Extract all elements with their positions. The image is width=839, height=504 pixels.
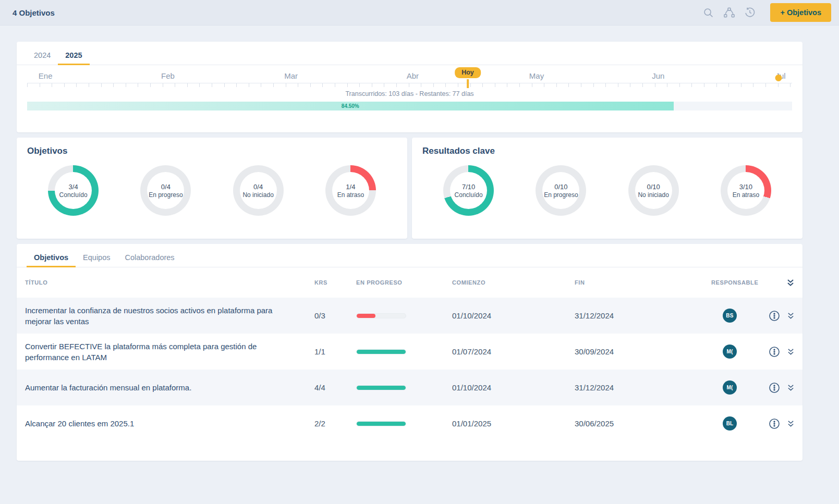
tab-year-2025[interactable]: 2025 <box>58 48 89 65</box>
history-icon[interactable] <box>743 6 757 19</box>
today-marker: Hoy <box>455 67 481 88</box>
month-label: May <box>529 71 544 80</box>
year-progress-fill: 84.50% <box>27 102 674 110</box>
table-header: TÍTULO KRS EN PROGRESO COMIENZO FIN RESP… <box>17 267 802 298</box>
krs-cell: 4/4 <box>314 383 356 392</box>
table-row[interactable]: Aumentar la facturación mensual en plata… <box>17 370 802 405</box>
donut-center: 0/10 En progreso <box>542 172 579 209</box>
donut-center: 0/4 En progreso <box>147 172 184 209</box>
row-menu-icon[interactable] <box>769 382 780 394</box>
krs-cell: 0/3 <box>314 311 356 320</box>
donut-objetivos-en-progreso: 0/4 En progreso <box>140 165 191 216</box>
col-titulo: TÍTULO <box>25 279 314 286</box>
summary-cards-row: Objetivos 3/4 Concluído 0/4 En progreso … <box>17 138 802 239</box>
responsable-cell: BS <box>711 309 757 323</box>
donut-resultados-en-atraso: 3/10 En atraso <box>721 165 771 216</box>
donut-label: No iniciado <box>242 191 273 199</box>
row-menu-icon[interactable] <box>769 346 780 358</box>
donut-objetivos-no-iniciado: 0/4 No iniciado <box>233 165 284 216</box>
expand-row-icon[interactable] <box>787 312 794 319</box>
avatar[interactable]: M( <box>723 380 737 395</box>
objective-title: Aumentar la facturación mensual en plata… <box>25 376 314 399</box>
donut-value: 1/4 <box>346 183 355 191</box>
objectives-table-card: Objetivos Equipos Colaboradores TÍTULO K… <box>17 244 802 461</box>
donut-label: En progreso <box>149 191 183 199</box>
row-menu-icon[interactable] <box>769 310 780 322</box>
progress-cell <box>356 313 452 318</box>
resultados-card-title: Resultados clave <box>422 146 792 156</box>
responsable-cell: BL <box>711 416 757 431</box>
month-label: Abr <box>407 71 419 80</box>
year-progress-track: 84.50% <box>27 102 792 110</box>
donut-label: Concluído <box>455 191 483 199</box>
flow-map-icon[interactable] <box>722 6 736 19</box>
donut-value: 7/10 <box>462 183 475 191</box>
donut-value: 0/10 <box>647 183 660 191</box>
month-label: Mar <box>284 71 298 80</box>
end-date-cell: 30/09/2024 <box>575 347 711 356</box>
avatar[interactable]: BL <box>723 416 737 431</box>
table-row[interactable]: Convertir BEFECTIVE la plataforma más co… <box>17 334 802 370</box>
topbar: 4 Objetivos + Objetivos <box>0 0 839 26</box>
expand-row-icon[interactable] <box>787 348 794 355</box>
month-label: Ene <box>39 71 53 80</box>
col-fin: FIN <box>575 279 711 286</box>
responsable-cell: M( <box>711 380 757 395</box>
table-row[interactable]: Incrementar la confianza de nuestros soc… <box>17 298 802 334</box>
expand-row-icon[interactable] <box>787 384 794 391</box>
donut-value: 3/10 <box>739 183 752 191</box>
end-date-cell: 31/12/2024 <box>575 311 711 320</box>
krs-cell: 1/1 <box>314 347 356 356</box>
today-badge: Hoy <box>455 67 481 78</box>
objective-title: Alcançar 20 clientes em 2025.1 <box>25 412 314 435</box>
tab-objetivos[interactable]: Objetivos <box>27 250 76 267</box>
responsable-cell: M( <box>711 345 757 359</box>
expand-row-icon[interactable] <box>787 420 794 427</box>
objetivos-donuts: 3/4 Concluído 0/4 En progreso 0/4 No ini… <box>27 165 397 216</box>
tab-equipos[interactable]: Equipos <box>76 250 117 267</box>
donut-center: 3/4 Concluído <box>55 172 92 209</box>
end-date-cell: 30/06/2025 <box>575 419 711 428</box>
progress-cell <box>356 421 452 426</box>
donut-resultados-no-iniciado: 0/10 No iniciado <box>628 165 679 216</box>
table-row[interactable]: Alcançar 20 clientes em 2025.1 2/2 01/01… <box>17 405 802 441</box>
resultados-donuts: 7/10 Concluído 0/10 En progreso 0/10 No … <box>422 165 792 216</box>
donut-center: 3/10 En atraso <box>727 172 764 209</box>
month-label: Feb <box>161 71 175 80</box>
donut-center: 0/4 No iniciado <box>240 172 277 209</box>
donut-value: 0/4 <box>161 183 171 191</box>
donut-value: 3/4 <box>69 183 78 191</box>
avatar[interactable]: BS <box>723 309 737 323</box>
year-progress-label: 84.50% <box>342 103 359 109</box>
timeline-card: 2024 2025 Ene Feb Mar Abr May Jun Jul Ho… <box>17 42 802 132</box>
topbar-actions: + Objetivos <box>701 3 831 22</box>
donut-value: 0/4 <box>253 183 263 191</box>
timeline-summary: Transcurridos: 103 días - Restantes: 77 … <box>27 90 792 97</box>
tab-colaboradores[interactable]: Colaboradores <box>117 250 181 267</box>
start-date-cell: 01/01/2025 <box>452 419 575 428</box>
donut-objetivos-en-atraso: 1/4 En atraso <box>325 165 376 216</box>
donut-center: 0/10 No iniciado <box>635 172 672 209</box>
donut-label: En progreso <box>544 191 578 199</box>
start-date-cell: 01/10/2024 <box>452 311 575 320</box>
start-date-cell: 01/07/2024 <box>452 347 575 356</box>
expand-all-icon[interactable] <box>787 279 794 287</box>
objetivos-card-title: Objetivos <box>27 146 397 156</box>
search-icon[interactable] <box>701 6 715 19</box>
donut-label: En atraso <box>733 191 759 199</box>
year-tabs: 2024 2025 <box>17 42 802 65</box>
timeline-end-dot <box>775 75 782 81</box>
donut-resultados-en-progreso: 0/10 En progreso <box>536 165 586 216</box>
objetivos-summary-card: Objetivos 3/4 Concluído 0/4 En progreso … <box>17 138 407 239</box>
timeline-body: Ene Feb Mar Abr May Jun Jul Hoy Transcur… <box>17 68 802 110</box>
row-menu-icon[interactable] <box>769 418 780 429</box>
month-label: Jun <box>652 71 664 80</box>
tab-year-2024[interactable]: 2024 <box>27 48 58 65</box>
objective-title: Convertir BEFECTIVE la plataforma más co… <box>25 335 314 369</box>
avatar[interactable]: M( <box>723 345 737 359</box>
col-krs: KRS <box>314 279 356 286</box>
end-date-cell: 31/12/2024 <box>575 383 711 392</box>
page-title: 4 Objetivos <box>13 8 55 17</box>
donut-resultados-concluido: 7/10 Concluído <box>443 165 494 216</box>
add-objetivos-button[interactable]: + Objetivos <box>770 3 831 22</box>
